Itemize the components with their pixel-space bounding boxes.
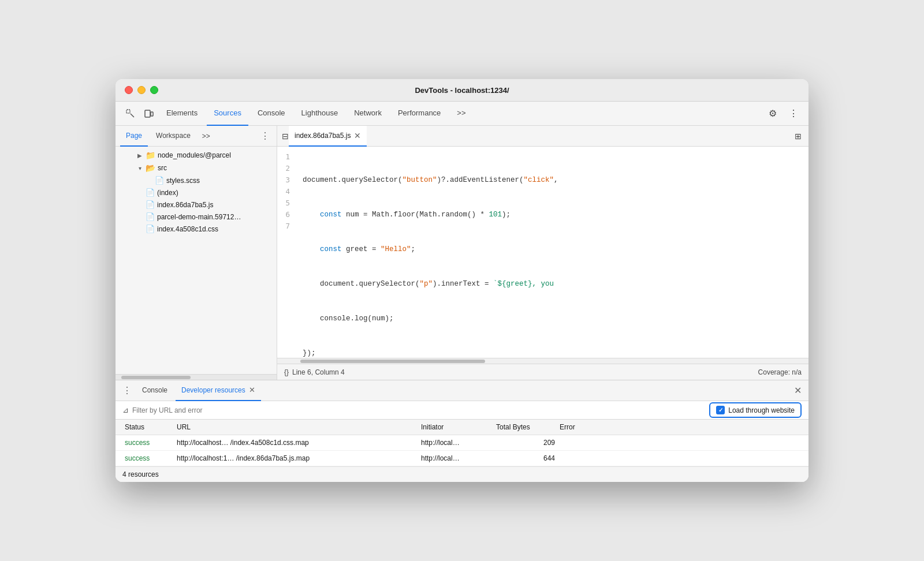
bottom-tab-close-button[interactable]: ✕ [249,386,255,394]
tab-elements[interactable]: Elements [159,102,204,126]
tab-workspace[interactable]: Workspace [150,126,196,147]
tab-page[interactable]: Page [120,126,148,147]
toolbar-right: ⚙ ⋮ [765,106,802,122]
tab-lighthouse[interactable]: Lighthouse [295,102,345,126]
tree-item-index[interactable]: 📄 (index) [116,186,277,199]
format-icon: {} [284,368,289,376]
file-spacer-icon [146,177,152,184]
row1-status: success [122,435,174,450]
file-tree: ▶ 📁 node_modules/@parcel ▾ 📂 src 📄 styl [116,147,277,374]
source-format-icon[interactable]: ⊟ [282,132,289,141]
code-tab-label: index.86da7ba5.js [295,132,351,140]
code-tab-close-button[interactable]: ✕ [354,131,361,140]
main-toolbar: Elements Sources Console Lighthouse Netw… [116,102,808,126]
title-bar: DevTools - localhost:1234/ [116,79,808,102]
traffic-lights [125,86,158,94]
row2-initiator: http://local… [419,451,494,466]
code-tabs: ⊟ index.86da7ba5.js ✕ ⊞ [277,126,808,147]
row1-url: http://localhost… /index.4a508c1d.css.ma… [174,435,419,450]
folder-open-icon: 📂 [146,163,155,173]
bottom-panel-tabs: ⋮ Console Developer resources ✕ ✕ [116,380,808,401]
panel-kebab-button[interactable]: ⋮ [258,130,272,141]
code-status-bar: {} Line 6, Column 4 Coverage: n/a [277,364,808,380]
tree-item-parcel-demo[interactable]: 📄 parcel-demo-main.59712… [116,211,277,223]
load-through-website-label: Load through website [728,406,795,414]
filter-input[interactable] [132,406,706,414]
window-title: DevTools - localhost:1234/ [415,86,509,95]
svg-rect-1 [145,110,150,117]
row1-initiator: http://local… [419,435,494,450]
tab-sources[interactable]: Sources [207,102,248,126]
row2-status: success [122,451,174,466]
bottom-panel-close-button[interactable]: ✕ [792,385,804,396]
tab-network[interactable]: Network [347,102,389,126]
minimize-button[interactable] [137,86,146,94]
folder-icon: 📁 [146,151,155,160]
table-row-1[interactable]: success http://localhost… /index.4a508c1… [116,435,808,451]
device-toggle-button[interactable] [141,106,157,122]
devtools-window: DevTools - localhost:1234/ Elements Sour… [116,79,808,482]
code-line-5: console.log(num); [303,313,804,324]
load-through-website-container: Load through website [709,402,802,418]
code-line-4: document.querySelector("p").innerText = … [303,278,804,290]
line-numbers: 1 2 3 4 5 6 7 [277,147,298,358]
code-scrollbar-thumb[interactable] [300,360,485,363]
code-line-1: document.querySelector("button")?.addEve… [303,174,804,186]
tree-item-index-js[interactable]: 📄 index.86da7ba5.js [116,199,277,211]
header-url: URL [174,420,419,435]
maximize-button[interactable] [150,86,158,94]
code-horizontal-scrollbar[interactable] [277,358,808,364]
code-line-6: }); [303,347,804,358]
bottom-tab-console[interactable]: Console [136,380,173,401]
file-icon-purple-2: 📄 [146,225,155,233]
status-left: {} Line 6, Column 4 [284,368,345,376]
load-through-website-checkbox[interactable] [716,406,725,414]
cursor-position: Line 6, Column 4 [292,368,345,376]
table-row-2[interactable]: success http://localhost:1… /index.86da7… [116,451,808,466]
chevron-right-icon: ▶ [136,152,143,159]
row1-error [557,435,802,450]
svg-rect-0 [126,110,130,113]
header-total-bytes: Total Bytes [494,420,557,435]
file-icon-orange-2: 📄 [146,212,155,221]
panel-tabs: Page Workspace >> ⋮ [116,126,277,147]
code-tab-index-js[interactable]: index.86da7ba5.js ✕ [289,126,367,147]
tree-item-styles-scss[interactable]: 📄 styles.scss [116,174,277,186]
tree-item-node-modules[interactable]: ▶ 📁 node_modules/@parcel [116,149,277,162]
file-icon-white: 📄 [146,188,155,197]
resources-footer: 4 resources [116,466,808,482]
file-icon-orange: 📄 [146,200,155,209]
bottom-tab-developer-resources[interactable]: Developer resources ✕ [176,380,261,401]
settings-button[interactable]: ⚙ [765,106,781,122]
file-icon-purple: 📄 [155,176,164,185]
resources-table: Status URL Initiator Total Bytes Error s… [116,420,808,466]
tab-performance[interactable]: Performance [391,102,448,126]
file-panel: Page Workspace >> ⋮ ▶ 📁 [116,126,277,380]
code-panel: ⊟ index.86da7ba5.js ✕ ⊞ 1 2 3 4 5 6 [277,126,808,380]
coverage-status: Coverage: n/a [758,368,802,376]
header-status: Status [122,420,174,435]
code-editor[interactable]: 1 2 3 4 5 6 7 document.querySelector("bu… [277,147,808,358]
panel-more-button[interactable]: >> [199,132,214,140]
code-line-2: const num = Math.floor(Math.random() * 1… [303,209,804,220]
tab-console[interactable]: Console [251,102,292,126]
svg-rect-2 [151,112,153,116]
table-header: Status URL Initiator Total Bytes Error [116,420,808,435]
more-options-button[interactable]: ⋮ [785,106,802,122]
close-button[interactable] [125,86,133,94]
main-content: Page Workspace >> ⋮ ▶ 📁 [116,126,808,380]
filter-row: ⊿ Load through website [116,401,808,420]
inspect-element-button[interactable] [122,106,139,122]
tree-item-src[interactable]: ▾ 📂 src [116,162,277,174]
tab-more[interactable]: >> [450,102,472,126]
header-initiator: Initiator [419,420,494,435]
row1-total-bytes: 209 [494,435,557,450]
code-line-3: const greet = "Hello"; [303,244,804,255]
file-tree-scrollbar[interactable] [116,374,277,380]
tree-item-index-css[interactable]: 📄 index.4a508c1d.css [116,223,277,235]
file-tree-scrollbar-thumb[interactable] [121,376,191,379]
code-panel-collapse-button[interactable]: ⊞ [790,132,806,141]
row2-url: http://localhost:1… /index.86da7ba5.js.m… [174,451,419,466]
header-error: Error [557,420,802,435]
bottom-panel-kebab[interactable]: ⋮ [120,385,134,396]
